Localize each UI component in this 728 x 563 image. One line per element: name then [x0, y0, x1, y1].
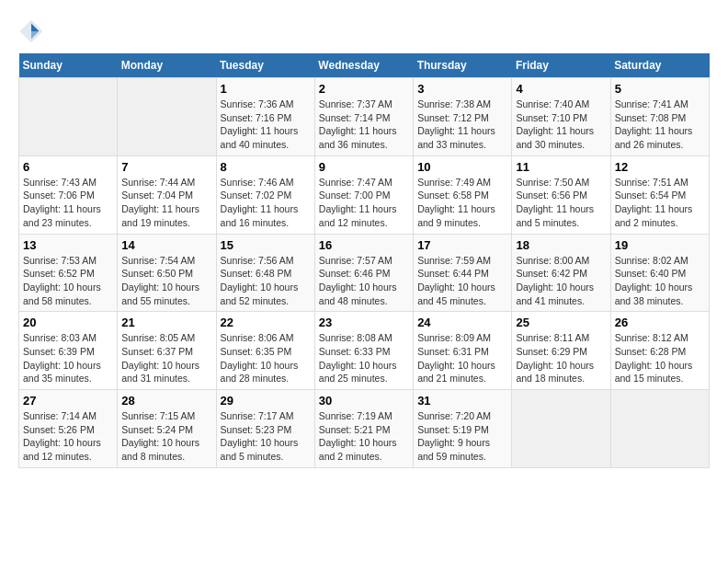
day-number: 29 — [221, 394, 311, 408]
day-header-saturday: Saturday — [610, 53, 709, 78]
day-info: Sunrise: 7:46 AM Sunset: 7:02 PM Dayligh… — [221, 176, 311, 230]
day-header-friday: Friday — [512, 53, 610, 78]
day-info: Sunrise: 7:59 AM Sunset: 6:44 PM Dayligh… — [417, 254, 507, 308]
calendar-cell — [610, 390, 709, 468]
day-number: 1 — [221, 82, 311, 96]
week-row-2: 6Sunrise: 7:43 AM Sunset: 7:06 PM Daylig… — [19, 155, 710, 234]
day-number: 8 — [221, 160, 311, 174]
day-number: 26 — [615, 316, 705, 329]
calendar-cell — [512, 390, 610, 468]
day-number: 13 — [23, 238, 113, 252]
day-number: 25 — [516, 316, 606, 329]
day-info: Sunrise: 8:09 AM Sunset: 6:31 PM Dayligh… — [417, 331, 507, 385]
day-info: Sunrise: 7:43 AM Sunset: 7:06 PM Dayligh… — [23, 176, 113, 230]
day-info: Sunrise: 7:50 AM Sunset: 6:56 PM Dayligh… — [516, 176, 606, 230]
calendar-cell: 14Sunrise: 7:54 AM Sunset: 6:50 PM Dayli… — [118, 234, 216, 312]
calendar-cell: 31Sunrise: 7:20 AM Sunset: 5:19 PM Dayli… — [414, 390, 512, 468]
calendar-cell: 10Sunrise: 7:49 AM Sunset: 6:58 PM Dayli… — [414, 155, 512, 234]
calendar-cell: 12Sunrise: 7:51 AM Sunset: 6:54 PM Dayli… — [610, 155, 709, 234]
day-number: 27 — [23, 394, 113, 408]
day-number: 5 — [615, 82, 705, 96]
calendar-table: SundayMondayTuesdayWednesdayThursdayFrid… — [18, 53, 710, 468]
calendar-cell: 24Sunrise: 8:09 AM Sunset: 6:31 PM Dayli… — [414, 312, 512, 390]
day-header-sunday: Sunday — [19, 53, 118, 78]
calendar-cell: 18Sunrise: 8:00 AM Sunset: 6:42 PM Dayli… — [512, 234, 610, 312]
day-number: 2 — [319, 82, 409, 96]
header — [18, 18, 710, 44]
calendar-cell: 7Sunrise: 7:44 AM Sunset: 7:04 PM Daylig… — [118, 155, 216, 234]
calendar-cell: 11Sunrise: 7:50 AM Sunset: 6:56 PM Dayli… — [512, 155, 610, 234]
day-header-monday: Monday — [118, 53, 216, 78]
day-info: Sunrise: 8:06 AM Sunset: 6:35 PM Dayligh… — [221, 331, 311, 385]
day-info: Sunrise: 7:15 AM Sunset: 5:24 PM Dayligh… — [121, 409, 211, 464]
day-info: Sunrise: 7:44 AM Sunset: 7:04 PM Dayligh… — [121, 176, 211, 230]
calendar-cell: 20Sunrise: 8:03 AM Sunset: 6:39 PM Dayli… — [19, 312, 118, 390]
calendar-cell: 15Sunrise: 7:56 AM Sunset: 6:48 PM Dayli… — [216, 234, 314, 312]
calendar-cell — [118, 78, 216, 156]
day-number: 3 — [417, 82, 507, 96]
week-row-3: 13Sunrise: 7:53 AM Sunset: 6:52 PM Dayli… — [19, 234, 710, 312]
logo — [18, 18, 48, 44]
day-info: Sunrise: 7:41 AM Sunset: 7:08 PM Dayligh… — [615, 98, 705, 152]
day-info: Sunrise: 7:36 AM Sunset: 7:16 PM Dayligh… — [221, 98, 311, 152]
week-row-5: 27Sunrise: 7:14 AM Sunset: 5:26 PM Dayli… — [19, 390, 710, 468]
day-number: 15 — [221, 238, 311, 252]
calendar-cell: 17Sunrise: 7:59 AM Sunset: 6:44 PM Dayli… — [414, 234, 512, 312]
day-number: 24 — [417, 316, 507, 329]
day-number: 21 — [121, 316, 211, 329]
day-info: Sunrise: 7:54 AM Sunset: 6:50 PM Dayligh… — [121, 254, 211, 308]
day-header-thursday: Thursday — [414, 53, 512, 78]
day-info: Sunrise: 8:12 AM Sunset: 6:28 PM Dayligh… — [615, 331, 705, 385]
calendar-cell: 27Sunrise: 7:14 AM Sunset: 5:26 PM Dayli… — [19, 390, 118, 468]
day-number: 17 — [417, 238, 507, 252]
calendar-cell: 23Sunrise: 8:08 AM Sunset: 6:33 PM Dayli… — [314, 312, 413, 390]
calendar-cell: 21Sunrise: 8:05 AM Sunset: 6:37 PM Dayli… — [118, 312, 216, 390]
day-info: Sunrise: 8:00 AM Sunset: 6:42 PM Dayligh… — [516, 254, 606, 308]
day-number: 4 — [516, 82, 606, 96]
day-number: 11 — [516, 160, 606, 174]
day-info: Sunrise: 7:38 AM Sunset: 7:12 PM Dayligh… — [417, 98, 507, 152]
day-info: Sunrise: 8:03 AM Sunset: 6:39 PM Dayligh… — [23, 331, 113, 385]
calendar-cell — [19, 78, 118, 156]
day-number: 31 — [417, 394, 507, 408]
calendar-cell: 4Sunrise: 7:40 AM Sunset: 7:10 PM Daylig… — [512, 78, 610, 156]
calendar-cell: 19Sunrise: 8:02 AM Sunset: 6:40 PM Dayli… — [610, 234, 709, 312]
calendar-cell: 1Sunrise: 7:36 AM Sunset: 7:16 PM Daylig… — [216, 78, 314, 156]
calendar-cell: 2Sunrise: 7:37 AM Sunset: 7:14 PM Daylig… — [314, 78, 413, 156]
day-number: 14 — [121, 238, 211, 252]
day-info: Sunrise: 8:05 AM Sunset: 6:37 PM Dayligh… — [121, 331, 211, 385]
day-info: Sunrise: 8:11 AM Sunset: 6:29 PM Dayligh… — [516, 331, 606, 385]
day-number: 20 — [23, 316, 113, 329]
calendar-cell: 25Sunrise: 8:11 AM Sunset: 6:29 PM Dayli… — [512, 312, 610, 390]
day-number: 9 — [319, 160, 409, 174]
day-info: Sunrise: 7:51 AM Sunset: 6:54 PM Dayligh… — [615, 176, 705, 230]
day-info: Sunrise: 7:40 AM Sunset: 7:10 PM Dayligh… — [516, 98, 606, 152]
day-info: Sunrise: 7:14 AM Sunset: 5:26 PM Dayligh… — [23, 409, 113, 464]
day-number: 6 — [23, 160, 113, 174]
day-info: Sunrise: 8:02 AM Sunset: 6:40 PM Dayligh… — [615, 254, 705, 308]
day-info: Sunrise: 7:56 AM Sunset: 6:48 PM Dayligh… — [221, 254, 311, 308]
calendar-cell: 5Sunrise: 7:41 AM Sunset: 7:08 PM Daylig… — [610, 78, 709, 156]
calendar-cell: 29Sunrise: 7:17 AM Sunset: 5:23 PM Dayli… — [216, 390, 314, 468]
day-info: Sunrise: 7:20 AM Sunset: 5:19 PM Dayligh… — [417, 409, 507, 464]
calendar-cell: 3Sunrise: 7:38 AM Sunset: 7:12 PM Daylig… — [414, 78, 512, 156]
calendar-cell: 28Sunrise: 7:15 AM Sunset: 5:24 PM Dayli… — [118, 390, 216, 468]
day-number: 7 — [121, 160, 211, 174]
day-number: 18 — [516, 238, 606, 252]
calendar-cell: 9Sunrise: 7:47 AM Sunset: 7:00 PM Daylig… — [314, 155, 413, 234]
week-row-4: 20Sunrise: 8:03 AM Sunset: 6:39 PM Dayli… — [19, 312, 710, 390]
day-info: Sunrise: 7:53 AM Sunset: 6:52 PM Dayligh… — [23, 254, 113, 308]
logo-icon — [18, 18, 44, 44]
day-header-wednesday: Wednesday — [314, 53, 413, 78]
day-info: Sunrise: 7:37 AM Sunset: 7:14 PM Dayligh… — [319, 98, 409, 152]
calendar-cell: 8Sunrise: 7:46 AM Sunset: 7:02 PM Daylig… — [216, 155, 314, 234]
calendar-cell: 6Sunrise: 7:43 AM Sunset: 7:06 PM Daylig… — [19, 155, 118, 234]
calendar-cell: 22Sunrise: 8:06 AM Sunset: 6:35 PM Dayli… — [216, 312, 314, 390]
day-number: 12 — [615, 160, 705, 174]
calendar-cell: 30Sunrise: 7:19 AM Sunset: 5:21 PM Dayli… — [314, 390, 413, 468]
calendar-cell: 26Sunrise: 8:12 AM Sunset: 6:28 PM Dayli… — [610, 312, 709, 390]
day-number: 19 — [615, 238, 705, 252]
day-info: Sunrise: 7:19 AM Sunset: 5:21 PM Dayligh… — [319, 409, 409, 464]
calendar-cell: 13Sunrise: 7:53 AM Sunset: 6:52 PM Dayli… — [19, 234, 118, 312]
day-number: 23 — [319, 316, 409, 329]
